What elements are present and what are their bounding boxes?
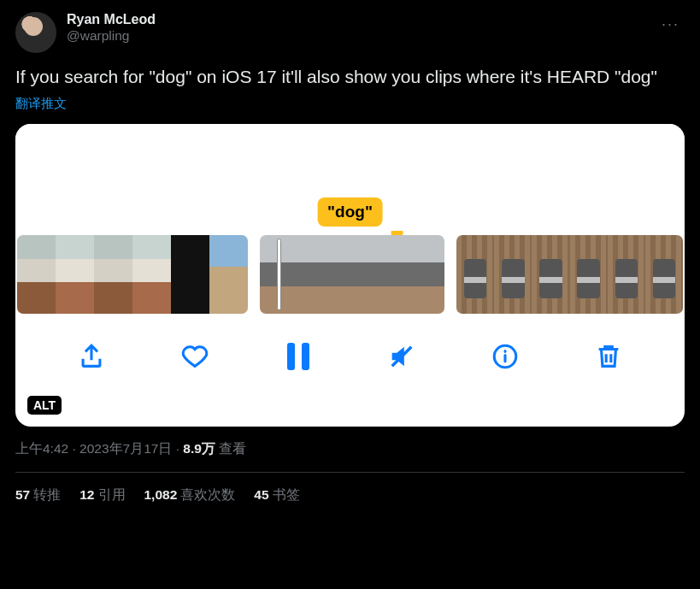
speaker-mute-icon[interactable]: [383, 338, 421, 375]
clip-group-1[interactable]: [17, 235, 248, 314]
stat-label: 转推: [33, 487, 61, 502]
media-card[interactable]: "dog": [15, 124, 685, 427]
clip-frame: [260, 235, 321, 314]
clip-frame: [321, 235, 383, 314]
stat-retweets[interactable]: 57转推: [15, 486, 61, 504]
clip-frame: [132, 235, 171, 314]
avatar[interactable]: [15, 12, 56, 53]
stat-count: 57: [15, 487, 30, 502]
alt-badge[interactable]: ALT: [27, 396, 62, 415]
handle: @warpling: [67, 28, 656, 44]
caption-tag: "dog": [317, 197, 383, 227]
tweet-stats: 57转推 12引用 1,082喜欢次数 45书签: [15, 486, 685, 504]
clip-frame: [94, 235, 132, 314]
divider: [15, 472, 685, 473]
pause-icon[interactable]: [279, 338, 317, 375]
share-icon[interactable]: [73, 338, 110, 375]
clip-frame: [209, 235, 248, 314]
caption-tag-text: "dog": [327, 203, 373, 221]
clip-frame: [456, 235, 494, 314]
views-label: 查看: [219, 441, 246, 456]
stat-label: 引用: [98, 487, 126, 502]
display-name: Ryan McLeod: [67, 12, 656, 27]
playhead[interactable]: [277, 239, 281, 310]
media-spacer: "dog": [15, 124, 685, 235]
stat-count: 12: [79, 487, 94, 502]
stat-count: 45: [254, 487, 268, 502]
tweet-header: Ryan McLeod @warpling ···: [15, 12, 685, 53]
time[interactable]: 上午4:42: [15, 441, 68, 456]
tweet-meta: 上午4:42 · 2023年7月17日 · 8.9万 查看: [15, 440, 685, 458]
more-button[interactable]: ···: [656, 12, 685, 37]
stat-likes[interactable]: 1,082喜欢次数: [144, 486, 236, 504]
media-toolbar: [15, 314, 685, 399]
clip-frame: [56, 235, 94, 314]
clip-frame: [494, 235, 532, 314]
stat-label: 书签: [273, 487, 300, 502]
stat-count: 1,082: [144, 487, 178, 502]
clip-frame: [570, 235, 608, 314]
clip-frame: [17, 235, 56, 314]
heart-icon[interactable]: [176, 338, 214, 375]
author-names[interactable]: Ryan McLeod @warpling: [67, 12, 656, 44]
timeline-strip[interactable]: [15, 235, 685, 314]
stat-label: 喜欢次数: [180, 487, 235, 502]
tweet-container: Ryan McLeod @warpling ··· If you search …: [0, 0, 700, 504]
tweet-text: If you search for "dog" on iOS 17 it'll …: [15, 65, 685, 89]
clip-group-2[interactable]: [260, 235, 444, 314]
stat-quotes[interactable]: 12引用: [79, 486, 125, 504]
trash-icon[interactable]: [590, 338, 627, 375]
clip-frame: [532, 235, 569, 314]
clip-frame: [608, 235, 645, 314]
date[interactable]: 2023年7月17日: [79, 441, 172, 456]
clip-frame: [383, 235, 444, 314]
views-count[interactable]: 8.9万: [183, 441, 215, 456]
translate-link[interactable]: 翻译推文: [15, 96, 67, 112]
clip-frame: [645, 235, 683, 314]
clip-frame: [171, 235, 209, 314]
info-icon[interactable]: [486, 338, 524, 375]
clip-group-3[interactable]: [456, 235, 683, 314]
stat-bookmarks[interactable]: 45书签: [254, 486, 299, 504]
